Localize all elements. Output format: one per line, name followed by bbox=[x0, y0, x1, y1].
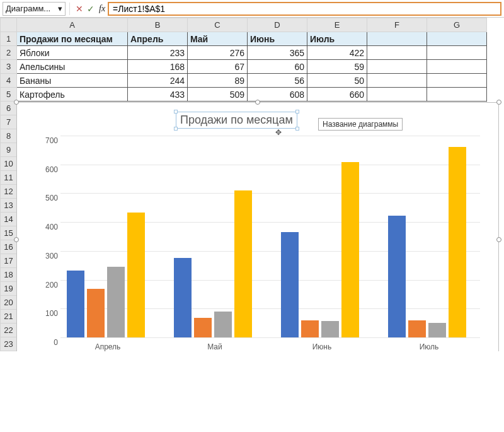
worksheet[interactable]: A B C D E F G 1 Продажи по месяцам Апрел… bbox=[0, 18, 504, 351]
bar[interactable] bbox=[174, 258, 192, 337]
row-header[interactable]: 4 bbox=[1, 74, 17, 88]
row-header[interactable]: 22 bbox=[1, 324, 17, 337]
row-header[interactable]: 9 bbox=[1, 143, 17, 157]
y-tick-label: 500 bbox=[39, 194, 58, 202]
cell[interactable]: 56 bbox=[248, 74, 307, 88]
bar[interactable] bbox=[214, 312, 232, 337]
cell[interactable]: 509 bbox=[188, 88, 248, 102]
bar[interactable] bbox=[408, 320, 426, 337]
bar[interactable] bbox=[67, 271, 84, 338]
bar[interactable] bbox=[234, 190, 252, 337]
col-header[interactable]: D bbox=[248, 18, 307, 32]
resize-handle[interactable] bbox=[496, 237, 501, 242]
cell[interactable]: Июнь bbox=[248, 32, 307, 46]
cell[interactable] bbox=[367, 88, 427, 102]
cell[interactable]: Апрель bbox=[128, 32, 188, 46]
cell[interactable] bbox=[367, 32, 427, 46]
resize-handle[interactable] bbox=[174, 127, 178, 131]
col-header[interactable]: E bbox=[307, 18, 367, 32]
chevron-down-icon[interactable]: ▾ bbox=[58, 4, 62, 13]
bar[interactable] bbox=[341, 162, 359, 337]
cell[interactable]: Бананы bbox=[17, 74, 128, 88]
row-header[interactable]: 21 bbox=[1, 310, 17, 324]
cell[interactable]: 244 bbox=[128, 74, 188, 88]
row-header[interactable]: 10 bbox=[1, 157, 17, 171]
cell[interactable] bbox=[367, 60, 427, 74]
resize-handle[interactable] bbox=[255, 100, 260, 105]
cell[interactable]: 67 bbox=[188, 60, 248, 74]
cell[interactable] bbox=[427, 60, 487, 74]
cell[interactable]: 433 bbox=[128, 88, 188, 102]
resize-handle[interactable] bbox=[14, 237, 19, 242]
cell[interactable] bbox=[427, 74, 487, 88]
cell[interactable]: 422 bbox=[307, 46, 367, 60]
bar[interactable] bbox=[321, 321, 339, 337]
cell[interactable]: Продажи по месяцам bbox=[17, 32, 128, 46]
bar[interactable] bbox=[301, 320, 319, 337]
row-header[interactable]: 17 bbox=[1, 254, 17, 268]
resize-handle[interactable] bbox=[174, 110, 178, 114]
row-header[interactable]: 11 bbox=[1, 171, 17, 185]
bar[interactable] bbox=[388, 216, 406, 337]
row-header[interactable]: 2 bbox=[1, 46, 17, 60]
cell[interactable] bbox=[427, 46, 487, 60]
row-header[interactable]: 3 bbox=[1, 60, 17, 74]
col-header[interactable]: F bbox=[367, 18, 427, 32]
resize-handle[interactable] bbox=[295, 127, 299, 131]
row-header[interactable]: 5 bbox=[1, 88, 17, 102]
row-header[interactable]: 18 bbox=[1, 268, 17, 282]
formula-input[interactable] bbox=[108, 2, 501, 16]
row-header[interactable]: 12 bbox=[1, 185, 17, 199]
cell[interactable] bbox=[367, 74, 427, 88]
cell[interactable]: 60 bbox=[248, 60, 307, 74]
row-header[interactable]: 14 bbox=[1, 213, 17, 226]
bar[interactable] bbox=[107, 267, 125, 337]
name-box[interactable]: Диаграмм... ▾ bbox=[3, 2, 66, 16]
col-header[interactable]: C bbox=[188, 18, 248, 32]
row-header[interactable]: 20 bbox=[1, 296, 17, 310]
chart-title[interactable]: Продажи по месяцам ✥ bbox=[176, 112, 297, 129]
cell[interactable]: 59 bbox=[307, 60, 367, 74]
embedded-chart[interactable]: Продажи по месяцам ✥ Название диаграммы … bbox=[16, 102, 499, 351]
bar[interactable] bbox=[194, 318, 212, 337]
row-header[interactable]: 1 bbox=[1, 32, 17, 46]
accept-icon[interactable]: ✓ bbox=[85, 3, 96, 15]
cell[interactable]: Картофель bbox=[17, 88, 128, 102]
cell[interactable]: 233 bbox=[128, 46, 188, 60]
cell[interactable] bbox=[427, 88, 487, 102]
bar[interactable] bbox=[127, 213, 145, 337]
resize-handle[interactable] bbox=[14, 100, 19, 105]
row-header[interactable]: 23 bbox=[1, 337, 17, 351]
cell[interactable]: Апельсины bbox=[17, 60, 128, 74]
cell[interactable]: 89 bbox=[188, 74, 248, 88]
cell[interactable] bbox=[367, 46, 427, 60]
bar[interactable] bbox=[428, 323, 446, 337]
row-header[interactable]: 16 bbox=[1, 240, 17, 254]
cell[interactable]: Июль bbox=[307, 32, 367, 46]
row-header[interactable]: 19 bbox=[1, 282, 17, 296]
bar[interactable] bbox=[87, 289, 105, 337]
chart-plot-area[interactable]: 0100200300400500600700АпрельМайИюньИюль bbox=[39, 136, 480, 337]
col-header[interactable]: B bbox=[128, 18, 188, 32]
col-header[interactable]: G bbox=[427, 18, 487, 32]
cell[interactable]: 608 bbox=[248, 88, 307, 102]
resize-handle[interactable] bbox=[295, 110, 299, 114]
fx-label[interactable]: fx bbox=[99, 4, 105, 14]
cell[interactable] bbox=[427, 32, 487, 46]
bar[interactable] bbox=[449, 147, 466, 337]
row-header[interactable]: 7 bbox=[1, 115, 17, 129]
cell[interactable]: Май bbox=[188, 32, 248, 46]
row-header[interactable]: 8 bbox=[1, 129, 17, 143]
cell[interactable]: 50 bbox=[307, 74, 367, 88]
bar[interactable] bbox=[281, 232, 299, 337]
cell[interactable]: 365 bbox=[248, 46, 307, 60]
cell[interactable]: 168 bbox=[128, 60, 188, 74]
resize-handle[interactable] bbox=[496, 100, 501, 105]
cancel-icon[interactable]: ✕ bbox=[74, 3, 85, 15]
row-header[interactable]: 13 bbox=[1, 199, 17, 213]
col-header[interactable]: A bbox=[17, 18, 128, 32]
cell[interactable]: Яблоки bbox=[17, 46, 128, 60]
cell[interactable]: 276 bbox=[188, 46, 248, 60]
cell[interactable]: 660 bbox=[307, 88, 367, 102]
select-all-cell[interactable] bbox=[1, 18, 17, 32]
